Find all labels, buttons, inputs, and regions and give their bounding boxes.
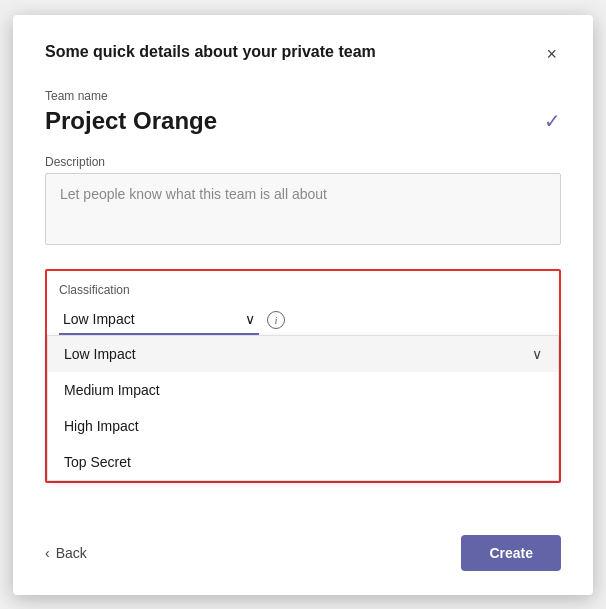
info-icon[interactable]: i	[267, 311, 285, 329]
team-name-row: Project Orange ✓	[45, 107, 561, 135]
dropdown-option-high-impact[interactable]: High Impact	[48, 408, 558, 444]
create-button[interactable]: Create	[461, 535, 561, 571]
back-chevron-icon: ‹	[45, 545, 50, 561]
dialog: Some quick details about your private te…	[13, 15, 593, 595]
classification-dropdown[interactable]: Low Impact ∨	[59, 305, 259, 335]
team-name-value: Project Orange	[45, 107, 217, 135]
dropdown-option-label: Low Impact	[64, 346, 136, 362]
dialog-footer: ‹ Back Create	[45, 523, 561, 571]
description-section: Description Let people know what this te…	[45, 155, 561, 245]
dropdown-option-label: Medium Impact	[64, 382, 160, 398]
check-icon: ✓	[544, 109, 561, 133]
dialog-title: Some quick details about your private te…	[45, 43, 376, 61]
back-label: Back	[56, 545, 87, 561]
dialog-header: Some quick details about your private te…	[45, 43, 561, 65]
classification-selected-value: Low Impact	[63, 311, 135, 327]
dropdown-trigger-row: Low Impact ∨ i	[59, 305, 547, 335]
classification-label: Classification	[59, 283, 547, 297]
close-button[interactable]: ×	[542, 43, 561, 65]
dropdown-option-label: Top Secret	[64, 454, 131, 470]
description-label: Description	[45, 155, 561, 169]
dropdown-option-label: High Impact	[64, 418, 139, 434]
team-name-label: Team name	[45, 89, 561, 103]
dropdown-option-low-impact[interactable]: Low Impact ∨	[48, 336, 558, 372]
classification-section: Classification Low Impact ∨ i Low Impact…	[45, 269, 561, 483]
dropdown-option-top-secret[interactable]: Top Secret	[48, 444, 558, 480]
chevron-down-icon: ∨	[245, 311, 255, 327]
team-name-section: Team name Project Orange ✓	[45, 89, 561, 135]
back-button[interactable]: ‹ Back	[45, 545, 87, 561]
selected-check-icon: ∨	[532, 346, 542, 362]
description-box[interactable]: Let people know what this team is all ab…	[45, 173, 561, 245]
dropdown-option-medium-impact[interactable]: Medium Impact	[48, 372, 558, 408]
dropdown-list: Low Impact ∨ Medium Impact High Impact T…	[47, 335, 559, 481]
